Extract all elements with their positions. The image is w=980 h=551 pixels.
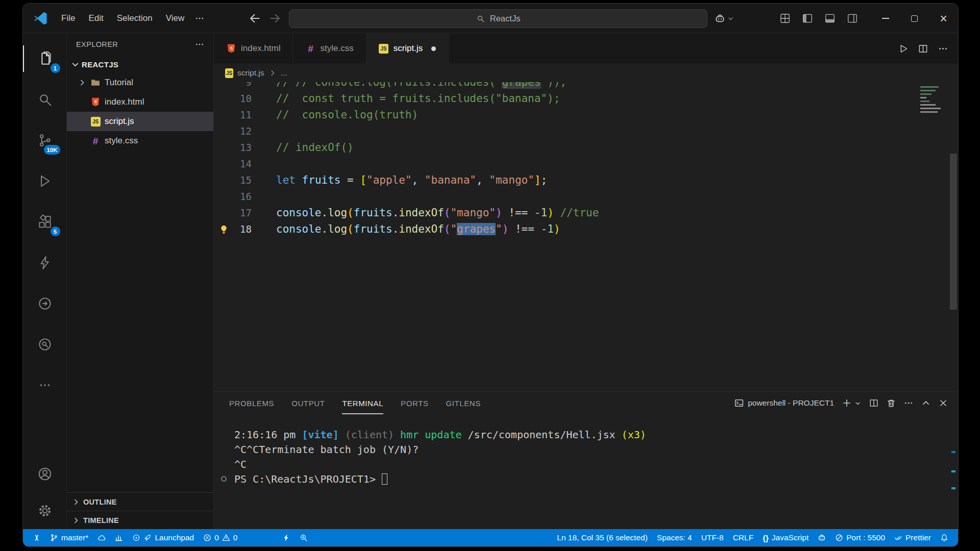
tab-style.css[interactable]: # style.css — [293, 33, 366, 64]
command-center-search[interactable]: ReactJs — [289, 9, 707, 28]
cursor-position[interactable]: Ln 18, Col 35 (6 selected) — [552, 529, 652, 546]
encoding-status[interactable]: UTF-8 — [697, 529, 728, 546]
panel-tab-terminal[interactable]: TERMINAL — [342, 392, 383, 414]
new-terminal-button[interactable] — [842, 398, 851, 408]
forward-button[interactable] — [268, 12, 282, 25]
code-line-15[interactable]: 15let fruits = ["apple", "banana", "mang… — [214, 172, 958, 188]
terminal-dropdown-icon[interactable] — [854, 400, 861, 407]
editor-scrollbar[interactable] — [950, 154, 957, 310]
line-number[interactable]: 9 — [233, 82, 252, 88]
problems-status[interactable]: 0 0 — [199, 529, 242, 546]
workspace-section-header[interactable]: REACTJS — [67, 56, 213, 73]
activitybar-source-control[interactable]: 10K — [23, 120, 67, 161]
line-number[interactable]: 10 — [233, 93, 252, 104]
code-line-13[interactable]: 13// indexOf() — [214, 139, 958, 156]
flash-status[interactable] — [278, 529, 295, 546]
code-line-16[interactable]: 16 — [214, 188, 958, 205]
toggle-panel-button[interactable] — [824, 13, 836, 24]
split-editor-button[interactable] — [918, 44, 928, 54]
minimize-button[interactable] — [871, 4, 900, 33]
panel-more-button[interactable] — [904, 398, 913, 408]
panel-tab-gitlens[interactable]: GITLENS — [446, 392, 481, 414]
zoom-status[interactable] — [295, 529, 312, 546]
activitybar-thunder-client[interactable] — [23, 242, 67, 283]
graph-status[interactable] — [110, 529, 128, 546]
split-terminal-button[interactable] — [869, 398, 878, 408]
menu-view[interactable]: View — [159, 10, 191, 27]
tree-item-script.js[interactable]: JS script.js — [67, 112, 213, 131]
toggle-sidebar-button[interactable] — [802, 13, 813, 24]
breadcrumb-more[interactable]: ... — [281, 68, 287, 78]
tab-script.js[interactable]: JS script.js — [366, 33, 449, 64]
notifications-bell[interactable] — [936, 529, 953, 546]
tab-index.html[interactable]: 5 index.html — [214, 33, 293, 64]
tree-item-index.html[interactable]: 5 index.html — [67, 92, 213, 112]
eol-status[interactable]: CRLF — [728, 529, 758, 546]
run-file-button[interactable] — [898, 44, 908, 54]
indentation-status[interactable]: Spaces: 4 — [652, 529, 697, 546]
git-branch-status[interactable]: master* — [45, 529, 93, 546]
code-line-9[interactable]: 9// // console.log(fruits.includes("grap… — [214, 82, 958, 90]
line-number[interactable]: 18 — [233, 223, 252, 235]
language-status[interactable]: {} JavaScript — [758, 529, 813, 546]
line-number[interactable]: 13 — [233, 142, 252, 153]
code-line-17[interactable]: 17console.log(fruits.indexOf("mango") !=… — [214, 205, 958, 221]
outline-section[interactable]: OUTLINE — [67, 492, 213, 511]
sync-status[interactable] — [93, 529, 110, 546]
panel-tab-ports[interactable]: PORTS — [401, 392, 428, 414]
launchpad-status[interactable]: Launchpad — [128, 529, 199, 546]
line-number[interactable]: 14 — [233, 158, 252, 169]
maximize-button[interactable] — [900, 4, 929, 33]
code-line-14[interactable]: 14 — [214, 156, 958, 172]
close-button[interactable]: × — [929, 4, 958, 33]
tree-item-Tutorial[interactable]: Tutorial — [67, 73, 213, 92]
activitybar-account[interactable] — [23, 456, 67, 492]
menu-more-button[interactable] — [191, 11, 208, 26]
breadcrumb-file[interactable]: script.js — [237, 68, 264, 78]
line-number[interactable]: 17 — [233, 207, 252, 218]
back-button[interactable] — [248, 12, 261, 25]
copilot-menu[interactable] — [715, 13, 734, 24]
explorer-actions-icon[interactable] — [195, 40, 204, 49]
line-number[interactable]: 11 — [233, 109, 252, 120]
code-line-12[interactable]: 12 — [214, 123, 958, 139]
prettier-status[interactable]: Prettier — [890, 529, 936, 546]
activitybar-extensions[interactable]: 5 — [23, 202, 67, 242]
lightbulb-icon[interactable] — [219, 224, 229, 234]
minimap[interactable] — [920, 84, 945, 113]
menu-selection[interactable]: Selection — [110, 10, 159, 27]
toggle-secondary-sidebar-button[interactable] — [847, 13, 858, 24]
command-decoration-icon[interactable] — [221, 476, 227, 482]
timeline-section[interactable]: TIMELINE — [67, 511, 213, 529]
maximize-panel-button[interactable] — [921, 398, 930, 408]
code-line-11[interactable]: 11// console.log(truth) — [214, 107, 958, 123]
code-line-10[interactable]: 10// const truth = fruits.includes("bana… — [214, 90, 958, 107]
modified-dot[interactable] — [431, 46, 436, 51]
menu-file[interactable]: File — [55, 10, 82, 27]
copilot-status[interactable] — [813, 529, 830, 546]
activitybar-settings[interactable] — [23, 492, 67, 529]
panel-tab-output[interactable]: OUTPUT — [291, 392, 325, 414]
remote-indicator[interactable] — [28, 529, 45, 546]
activitybar-run-debug[interactable] — [23, 161, 67, 202]
terminal-selector[interactable]: powershell - PROJECT1 — [734, 398, 834, 408]
live-server-port[interactable]: Port : 5500 — [830, 529, 890, 546]
code-line-18[interactable]: 18console.log(fruits.indexOf("grapes") !… — [214, 221, 958, 237]
line-number[interactable]: 16 — [233, 191, 252, 202]
panel-tab-problems[interactable]: PROBLEMS — [229, 392, 274, 414]
kill-terminal-button[interactable] — [887, 398, 896, 408]
tree-item-style.css[interactable]: # style.css — [67, 131, 213, 151]
customize-layout-button[interactable] — [779, 13, 791, 24]
activitybar-extension-circle-arrow[interactable] — [23, 283, 67, 324]
activitybar-search[interactable] — [23, 79, 67, 120]
line-number[interactable]: 12 — [233, 126, 252, 137]
breadcrumb[interactable]: JS script.js ... — [214, 64, 958, 82]
activitybar-extension-inspect[interactable] — [23, 324, 67, 365]
activitybar-explorer[interactable]: 1 — [23, 38, 67, 79]
menu-edit[interactable]: Edit — [82, 10, 110, 27]
code-editor[interactable]: 9// // console.log(fruits.includes("grap… — [214, 82, 958, 391]
activitybar-more[interactable] — [23, 365, 67, 406]
more-actions-button[interactable] — [938, 44, 948, 54]
terminal-output[interactable]: 2:16:16 pm [vite] (client) hmr update /s… — [214, 414, 958, 529]
line-number[interactable]: 15 — [233, 174, 252, 186]
